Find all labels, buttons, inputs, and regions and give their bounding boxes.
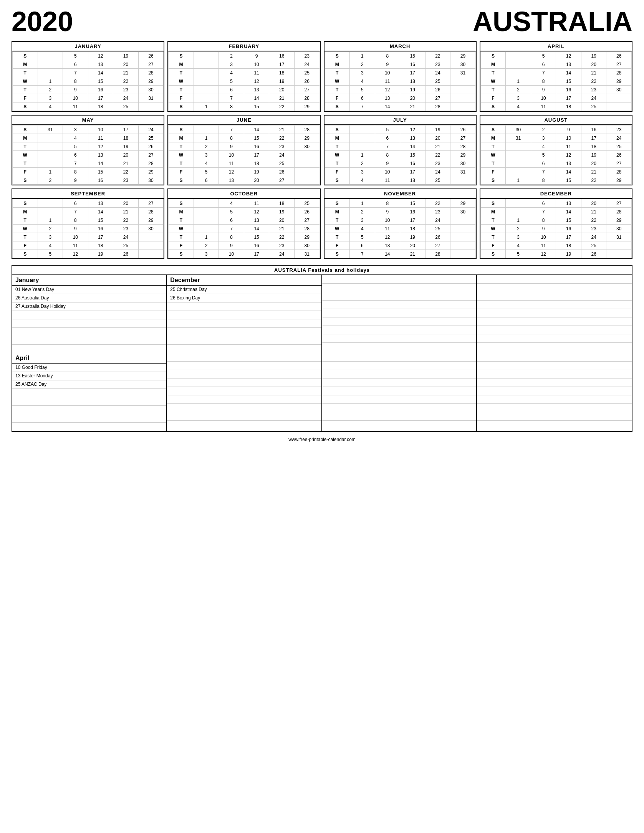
- day-cell: 16: [400, 159, 425, 168]
- day-label: S: [169, 52, 194, 60]
- holiday-item: [12, 336, 166, 345]
- day-cell: 5: [350, 86, 375, 94]
- day-cell: 31: [506, 134, 531, 142]
- day-cell: 12: [88, 142, 113, 151]
- day-cell: 17: [556, 233, 581, 241]
- day-cell: 4: [219, 199, 244, 208]
- day-cell: 13: [400, 134, 425, 142]
- day-label: S: [169, 176, 194, 185]
- day-cell: 9: [531, 86, 556, 94]
- calendars-grid: JANUARYS5121926M6132027T7142128W18152229…: [12, 41, 632, 259]
- day-label: T: [13, 86, 38, 94]
- holidays-col: April10 Good Friday13 Easter Monday25 AN…: [12, 353, 167, 431]
- day-cell: 4: [38, 102, 63, 111]
- day-cell: 2: [506, 86, 531, 94]
- day-cell: 7: [375, 142, 400, 151]
- day-cell: 18: [556, 102, 581, 111]
- day-cell: 14: [88, 159, 113, 168]
- day-cell: [506, 52, 531, 60]
- day-cell: 21: [113, 69, 139, 77]
- day-label: S: [13, 250, 38, 258]
- holiday-item: [12, 397, 166, 406]
- day-cell: 2: [38, 225, 63, 233]
- day-cell: [294, 168, 320, 176]
- day-cell: 7: [219, 94, 244, 102]
- month-header: MARCH: [324, 42, 476, 51]
- day-cell: 4: [506, 102, 531, 111]
- month-january: JANUARYS5121926M6132027T7142128W18152229…: [12, 41, 164, 112]
- day-cell: 15: [400, 151, 425, 159]
- day-cell: 14: [88, 208, 113, 216]
- day-cell: 11: [244, 69, 269, 77]
- month-header: AUGUST: [480, 116, 632, 125]
- day-cell: 26: [294, 77, 320, 86]
- day-label: F: [324, 168, 350, 176]
- day-cell: 8: [63, 216, 88, 225]
- day-cell: [38, 208, 63, 216]
- day-cell: 22: [581, 216, 606, 225]
- day-label: W: [169, 225, 194, 233]
- holiday-item: [477, 370, 632, 378]
- day-cell: 17: [581, 134, 606, 142]
- day-cell: 13: [556, 199, 581, 208]
- day-cell: 16: [88, 225, 113, 233]
- day-cell: 27: [606, 199, 632, 208]
- day-cell: 6: [531, 159, 556, 168]
- day-cell: 17: [88, 233, 113, 241]
- day-cell: 15: [400, 199, 425, 208]
- holiday-item: [477, 317, 632, 326]
- month-header: APRIL: [480, 42, 632, 51]
- day-cell: 10: [63, 94, 88, 102]
- day-cell: 7: [350, 102, 375, 111]
- day-cell: 18: [88, 241, 113, 250]
- day-cell: [194, 225, 219, 233]
- month-december: DECEMBERS6132027M7142128T18152229W291623…: [480, 188, 632, 259]
- holiday-item: [322, 301, 476, 309]
- day-label: T: [324, 233, 350, 241]
- day-cell: 21: [113, 159, 139, 168]
- day-cell: 16: [556, 225, 581, 233]
- day-cell: 1: [194, 134, 219, 142]
- holiday-item: [477, 309, 632, 317]
- day-cell: [194, 199, 219, 208]
- day-cell: 8: [63, 77, 88, 86]
- day-cell: 28: [425, 250, 450, 258]
- day-cell: [606, 241, 632, 250]
- day-cell: 3: [350, 69, 375, 77]
- day-label: S: [169, 102, 194, 111]
- day-cell: 20: [581, 199, 606, 208]
- day-cell: 26: [425, 233, 450, 241]
- day-cell: [450, 241, 476, 250]
- day-cell: [194, 216, 219, 225]
- day-cell: 2: [350, 60, 375, 69]
- day-cell: 14: [375, 250, 400, 258]
- day-cell: 2: [350, 208, 375, 216]
- holiday-item: [12, 319, 166, 328]
- day-cell: 10: [375, 216, 400, 225]
- day-label: T: [13, 159, 38, 168]
- day-cell: 19: [581, 151, 606, 159]
- day-cell: 27: [294, 216, 320, 225]
- day-cell: [38, 142, 63, 151]
- holiday-item: [167, 395, 321, 404]
- day-label: S: [480, 102, 506, 111]
- day-cell: 15: [88, 168, 113, 176]
- day-cell: [350, 126, 375, 134]
- day-label: T: [169, 69, 194, 77]
- day-cell: 29: [294, 233, 320, 241]
- holiday-item: [322, 326, 476, 334]
- day-cell: [506, 69, 531, 77]
- day-label: T: [324, 86, 350, 94]
- day-label: S: [480, 250, 506, 258]
- day-cell: [38, 151, 63, 159]
- holidays-col: [477, 275, 632, 353]
- day-cell: 30: [450, 208, 476, 216]
- day-label: S: [480, 126, 506, 134]
- holiday-item: [12, 328, 166, 336]
- day-cell: 13: [375, 241, 400, 250]
- holiday-item: [322, 395, 476, 404]
- day-cell: 18: [400, 176, 425, 185]
- day-cell: 5: [38, 250, 63, 258]
- day-cell: 17: [244, 151, 269, 159]
- day-cell: 8: [63, 168, 88, 176]
